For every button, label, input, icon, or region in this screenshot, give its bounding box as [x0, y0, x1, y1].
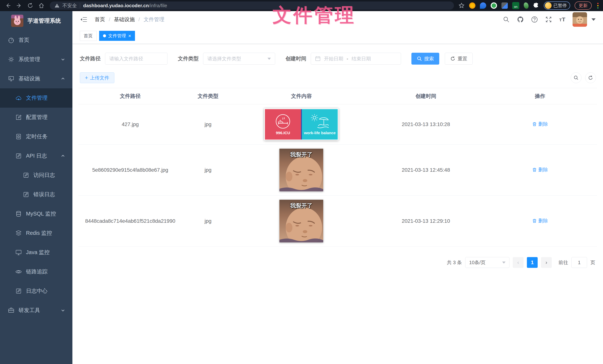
chevron-down-icon [60, 57, 65, 62]
gear-icon [8, 56, 14, 63]
file-preview-baby-meme[interactable]: 我裂开了 [279, 200, 323, 242]
col-create-time: 创建时间 [369, 88, 483, 104]
address-bar[interactable]: 不安全 dashboard.yudao.iocoder.cn/infra/fil… [50, 1, 454, 10]
trash-icon [532, 122, 537, 126]
sidebar-item-access-log[interactable]: 访问日志 [0, 166, 72, 185]
file-type-select[interactable]: 请选择文件类型 [203, 53, 275, 65]
help-icon[interactable] [531, 16, 538, 23]
log-icon [15, 288, 22, 294]
prev-page-button[interactable]: ‹ [513, 257, 523, 268]
delete-label: 删除 [538, 167, 548, 173]
forward-icon[interactable] [16, 2, 22, 9]
breadcrumb-current: 文件管理 [144, 16, 164, 23]
prev-icon: ‹ [517, 260, 519, 265]
trash-icon [532, 218, 537, 223]
extension-icon-orange[interactable] [469, 2, 475, 9]
sidebar-item-job[interactable]: 定时任务 [0, 127, 72, 146]
sidebar-item-log-center[interactable]: 日志中心 [0, 281, 72, 301]
sidebar-item-system[interactable]: 系统管理 [0, 50, 72, 69]
url-separator [80, 3, 80, 8]
menu-dots-icon[interactable] [597, 3, 599, 9]
sidebar-item-java[interactable]: Java 监控 [0, 243, 72, 262]
layers-icon [15, 230, 22, 237]
sidebar-item-config[interactable]: 配置管理 [0, 108, 72, 127]
sidebar-item-mysql[interactable]: MySQL 监控 [0, 204, 72, 224]
upload-button[interactable]: + 上传文件 [80, 72, 114, 83]
caret-down-icon[interactable] [591, 18, 596, 21]
date-range-picker[interactable]: 开始日期 - 结束日期 [311, 53, 401, 65]
extension-icon-sprout[interactable] [524, 2, 529, 9]
search-button[interactable]: 搜索 [411, 53, 439, 65]
update-button[interactable]: 更新 [575, 1, 592, 10]
goto-page-input[interactable] [571, 257, 587, 268]
calendar-icon [315, 56, 321, 61]
breadcrumb-infra[interactable]: 基础设施 [114, 16, 135, 23]
sidebar-item-error-log[interactable]: 错误日志 [0, 185, 72, 204]
extension-icon-grid[interactable] [501, 2, 508, 9]
sidebar-item-label: 首页 [19, 36, 29, 44]
chevron-up-icon [60, 154, 65, 158]
chevron-down-icon [267, 58, 271, 60]
breadcrumb-home[interactable]: 首页 [95, 16, 105, 23]
page-content: 文件路径 文件类型 请选择文件类型 创建时间 开始日期 - 结束日期 搜索 [72, 44, 603, 268]
home-icon[interactable] [38, 2, 45, 9]
toggle-search-button[interactable] [571, 72, 581, 83]
refresh-button[interactable] [585, 72, 596, 83]
chevron-up-icon [60, 76, 65, 81]
996icu-label: 996.ICU [276, 131, 290, 135]
profile-avatar [545, 2, 552, 9]
extension-icon-green[interactable] [491, 2, 497, 9]
sidebar-item-file-manage[interactable]: 文件管理 [0, 88, 72, 108]
on-badge-label: on [514, 5, 518, 9]
col-file-content: 文件内容 [234, 88, 369, 104]
github-icon[interactable] [517, 16, 524, 23]
delete-button[interactable]: 删除 [532, 167, 548, 173]
reset-button[interactable]: 重置 [445, 53, 473, 65]
create-time-label: 创建时间 [286, 55, 306, 62]
file-preview-996icu[interactable]: 996.ICU work-life balance [264, 108, 338, 140]
sidebar-item-redis[interactable]: Redis 监控 [0, 224, 72, 243]
star-icon[interactable] [458, 2, 465, 9]
upload-button-label: 上传文件 [90, 75, 109, 81]
sidebar-item-api-log[interactable]: API 日志 [0, 146, 72, 166]
security-label[interactable]: 不安全 [62, 2, 77, 9]
fullscreen-icon[interactable] [545, 16, 552, 23]
url-text[interactable]: dashboard.yudao.iocoder.cn/infra/file [83, 3, 167, 9]
cell-actions: 删除 [483, 145, 597, 196]
hamburger-fold-icon[interactable] [80, 16, 88, 23]
extension-icon-on-badge[interactable]: on [512, 2, 519, 9]
delete-button[interactable]: 删除 [532, 217, 548, 224]
close-icon[interactable]: × [128, 34, 131, 38]
extension-icon-pin[interactable] [480, 2, 486, 9]
tab-home[interactable]: 首页 [80, 31, 96, 41]
page-number-1[interactable]: 1 [527, 257, 538, 268]
sidebar-logo[interactable]: 芋道管理系统 [0, 11, 72, 30]
puzzle-icon[interactable] [533, 2, 539, 9]
sidebar-item-infra[interactable]: 基础设施 [0, 69, 72, 88]
profile-chip[interactable]: 已暂停 [544, 1, 570, 10]
sidebar-item-trace[interactable]: 链路追踪 [0, 262, 72, 281]
sidebar-item-dev-tools[interactable]: 研发工具 [0, 301, 72, 320]
delete-label: 删除 [538, 121, 548, 127]
sidebar-item-label: 系统管理 [19, 56, 40, 63]
reset-button-label: 重置 [458, 56, 467, 62]
refresh-icon [450, 56, 455, 61]
back-icon[interactable] [5, 2, 11, 9]
next-page-button[interactable]: › [541, 257, 552, 268]
schedule-icon [15, 133, 22, 140]
reload-icon[interactable] [27, 2, 34, 9]
font-size-icon[interactable]: TT [559, 16, 566, 23]
refresh-icon [588, 75, 593, 80]
sidebar-item-home[interactable]: 首页 [0, 30, 72, 50]
user-avatar[interactable] [573, 12, 587, 27]
page-size-select[interactable]: 10条/页 [465, 257, 510, 268]
tab-file-manage[interactable]: 文件管理 × [99, 31, 135, 41]
infrastructure-icon [8, 75, 14, 82]
file-path-input[interactable] [109, 56, 163, 62]
tags-view: 首页 文件管理 × [72, 28, 603, 44]
browser-actions: on 已暂停 更新 [458, 1, 600, 10]
cell-create-time: 2021-03-13 13:10:28 [369, 104, 483, 145]
file-preview-baby-meme[interactable]: 我裂开了 [279, 149, 323, 191]
delete-button[interactable]: 删除 [532, 121, 548, 127]
search-icon[interactable] [503, 16, 510, 23]
